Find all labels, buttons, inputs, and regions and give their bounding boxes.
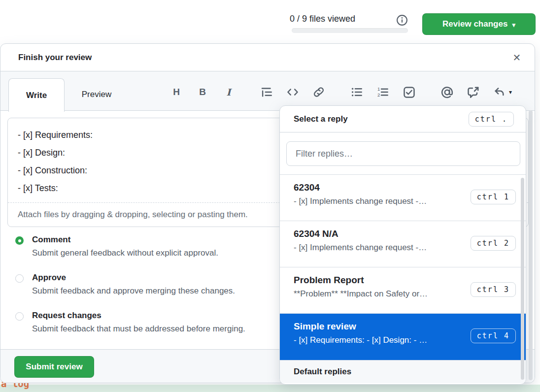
reply-title: 62304 (294, 182, 476, 193)
editor-line: - [x] Tests: (18, 179, 93, 197)
saved-replies-header: Select a reply ctrl . (280, 106, 526, 132)
task-list-icon[interactable] (403, 86, 415, 98)
modal-title: Finish your review (18, 53, 92, 63)
modal-header: Finish your review ✕ (0, 44, 535, 71)
shortcut-badge: ctrl 4 (471, 328, 516, 343)
info-icon[interactable] (396, 14, 408, 26)
editor-line: - [x] Construction: (18, 162, 93, 179)
reply-title: Simple review (294, 321, 476, 332)
saved-reply-item-selected[interactable]: Simple review - [x] Requirements: - [x] … (280, 314, 526, 360)
filter-section (280, 132, 526, 175)
markdown-toolbar: H B I 12 (170, 84, 512, 100)
ordered-list-icon[interactable]: 12 (376, 86, 389, 98)
code-icon[interactable] (286, 86, 299, 98)
radio-unselected-icon[interactable] (15, 274, 24, 283)
editor-content[interactable]: - [x] Requirements: - [x] Design: - [x] … (8, 122, 102, 201)
heading-icon[interactable]: H (170, 86, 183, 98)
saved-reply-item[interactable]: 62304 N/A - [x] Implements change reques… (280, 221, 526, 267)
reply-preview: - [x] Implements change request -… (294, 196, 476, 206)
reply-title: 62304 N/A (294, 229, 476, 239)
saved-reply-item[interactable]: Problem Report **Problem** **Impact on S… (280, 267, 526, 314)
default-replies-section-header: Default replies (280, 360, 526, 383)
shortcut-badge: ctrl 2 (471, 236, 516, 251)
close-icon[interactable]: ✕ (510, 51, 524, 65)
shortcut-badge: ctrl 3 (471, 282, 516, 297)
review-changes-button[interactable]: Review changes ▾ (422, 13, 536, 35)
radio-unselected-icon[interactable] (15, 312, 24, 321)
link-icon[interactable] (312, 86, 325, 98)
tab-write[interactable]: Write (8, 78, 65, 112)
modal-scrollbar[interactable] (529, 110, 533, 380)
saved-reply-item[interactable]: 62304 - [x] Implements change request -…… (280, 175, 526, 221)
saved-replies-icon[interactable] (493, 86, 506, 98)
editor-line: - [x] Design: (18, 144, 93, 162)
reply-preview: **Problem** **Impact on Safety or… (294, 289, 476, 299)
submit-review-button[interactable]: Submit review (14, 356, 94, 378)
italic-icon[interactable]: I (222, 86, 235, 98)
tab-preview[interactable]: Preview (65, 78, 129, 111)
quote-icon[interactable] (260, 86, 273, 98)
chevron-down-icon[interactable]: ▾ (509, 89, 512, 96)
bold-icon[interactable]: B (196, 86, 209, 98)
pull-request-review-page: 0 / 9 files viewed Review changes ▾ a lo… (0, 0, 540, 392)
mention-icon[interactable] (440, 86, 453, 98)
diff-addition-line (0, 385, 540, 392)
filter-replies-input[interactable] (286, 141, 520, 166)
files-viewed-counter: 0 / 9 files viewed (290, 14, 355, 24)
editor-line: - [x] Requirements: (18, 126, 93, 144)
files-viewed-progress-bar (292, 28, 408, 33)
unordered-list-icon[interactable] (350, 86, 363, 98)
svg-text:1: 1 (377, 86, 380, 92)
dropdown-scrollbar[interactable] (521, 178, 524, 380)
reply-preview: - [x] Requirements: - [x] Design: - … (294, 335, 476, 345)
reply-preview: - [x] Implements change request -… (294, 243, 476, 253)
shortcut-badge: ctrl 1 (471, 190, 516, 204)
saved-replies-title: Select a reply (294, 114, 348, 124)
shortcut-badge: ctrl . (469, 112, 514, 127)
saved-replies-dropdown: Select a reply ctrl . 62304 - [x] Implem… (279, 105, 526, 385)
radio-selected-icon[interactable] (15, 236, 24, 245)
svg-text:2: 2 (377, 92, 380, 98)
reply-title: Problem Report (294, 275, 476, 286)
cross-reference-icon[interactable] (467, 86, 479, 98)
review-changes-label: Review changes (442, 19, 507, 29)
chevron-down-icon: ▾ (512, 21, 515, 29)
